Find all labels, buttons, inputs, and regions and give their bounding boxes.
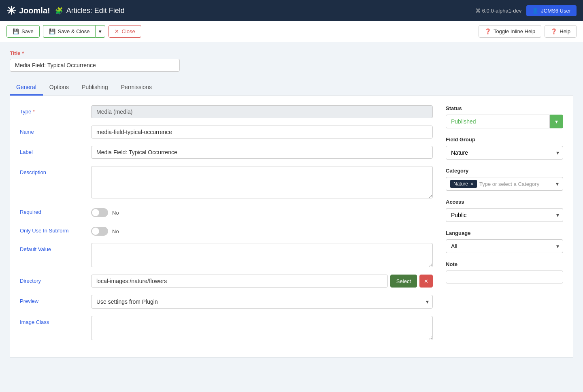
status-section: Status Published ▾: [446, 105, 563, 128]
default-row: Default Value: [20, 243, 433, 267]
directory-input[interactable]: [91, 275, 388, 288]
label-label: Label: [20, 146, 85, 155]
title-label: Title *: [10, 50, 573, 56]
subform-toggle[interactable]: [91, 227, 108, 236]
puzzle-icon: 🧩: [55, 7, 63, 15]
image-class-label: Image Class: [20, 316, 85, 325]
default-textarea[interactable]: [91, 243, 433, 267]
description-row: Description: [20, 166, 433, 198]
form-right: Status Published ▾ Field Group Nature ▾: [446, 105, 563, 347]
question-icon: ❓: [551, 28, 557, 34]
save-close-group: 💾 Save & Close ▾: [43, 25, 106, 38]
category-placeholder: Type or select a Category: [479, 181, 559, 187]
note-section: Note: [446, 261, 563, 283]
tabs: General Options Publishing Permissions: [10, 80, 573, 96]
directory-row: Directory Select ✕: [20, 275, 433, 288]
version-text: ⌘ 6.0.0-alpha1-dev: [475, 8, 521, 14]
user-label: JCMS6 User: [541, 8, 571, 14]
form-left: Type * Name Label Description: [20, 105, 433, 347]
topnav-right: ⌘ 6.0.0-alpha1-dev 👤 JCMS6 User: [475, 5, 577, 16]
category-tag-remove[interactable]: ✕: [470, 181, 474, 187]
page-title: Articles: Edit Field: [66, 6, 125, 15]
title-input[interactable]: [10, 59, 180, 72]
type-row: Type *: [20, 105, 433, 118]
language-section: Language All ▾: [446, 230, 563, 253]
access-select[interactable]: Public: [446, 208, 563, 222]
status-label: Status: [446, 105, 563, 111]
name-row: Name: [20, 126, 433, 138]
save-button[interactable]: 💾 Save: [6, 25, 40, 38]
page-title-area: 🧩 Articles: Edit Field: [55, 6, 470, 15]
save-close-icon: 💾: [49, 28, 55, 34]
required-row: Required No: [20, 206, 433, 217]
language-select[interactable]: All: [446, 239, 563, 253]
toolbar: 💾 Save 💾 Save & Close ▾ ✕ Close ❓ Toggle…: [0, 21, 583, 42]
label-row: Label: [20, 146, 433, 159]
help-button[interactable]: ❓ Help: [545, 25, 577, 38]
access-section: Access Public ▾: [446, 199, 563, 222]
directory-wrapper: Select ✕: [91, 275, 433, 288]
language-label: Language: [446, 230, 563, 236]
page-content: Title * General Options Publishing Permi…: [0, 42, 583, 366]
close-icon: ✕: [115, 28, 119, 34]
required-toggle-wrapper: No: [91, 206, 119, 217]
directory-label: Directory: [20, 275, 85, 284]
description-label: Description: [20, 166, 85, 175]
name-label: Name: [20, 126, 85, 135]
help-circle-icon: ❓: [485, 28, 491, 34]
access-label: Access: [446, 199, 563, 205]
form-panel: Type * Name Label Description: [10, 96, 573, 358]
tab-publishing[interactable]: Publishing: [75, 80, 115, 96]
category-section: Category Nature ✕ Type or select a Categ…: [446, 168, 563, 191]
required-toggle[interactable]: [91, 208, 108, 217]
save-icon: 💾: [13, 28, 19, 34]
subform-toggle-wrapper: No: [91, 224, 119, 236]
status-select[interactable]: Published: [446, 115, 550, 128]
save-dropdown-button[interactable]: ▾: [95, 25, 105, 38]
required-toggle-label: No: [112, 210, 119, 216]
save-close-button[interactable]: 💾 Save & Close: [43, 25, 96, 38]
directory-select-button[interactable]: Select: [390, 275, 417, 288]
toggle-help-button[interactable]: ❓ Toggle Inline Help: [479, 25, 541, 38]
field-group-select[interactable]: Nature: [446, 146, 563, 160]
image-class-row: Image Class: [20, 316, 433, 340]
preview-select-wrapper: Use settings from Plugin ▾: [91, 295, 433, 309]
status-select-wrapper: Published ▾: [446, 115, 563, 128]
field-group-label: Field Group: [446, 136, 563, 143]
user-menu-button[interactable]: 👤 JCMS6 User: [526, 5, 577, 16]
subform-label: Only Use In Subform: [20, 224, 85, 234]
subform-row: Only Use In Subform No: [20, 224, 433, 236]
category-input-wrapper[interactable]: Nature ✕ Type or select a Category ▾: [446, 177, 563, 191]
required-label: Required: [20, 206, 85, 215]
access-select-wrapper: Public ▾: [446, 208, 563, 222]
logo-text: Joomla!: [19, 6, 50, 15]
label-input[interactable]: [91, 146, 433, 159]
name-input[interactable]: [91, 126, 433, 138]
top-navbar: ✳ Joomla! 🧩 Articles: Edit Field ⌘ 6.0.0…: [0, 0, 583, 21]
directory-clear-button[interactable]: ✕: [419, 275, 433, 288]
note-input[interactable]: [446, 271, 563, 283]
toolbar-right: ❓ Toggle Inline Help ❓ Help: [479, 25, 577, 38]
user-icon: 👤: [532, 8, 538, 14]
preview-row: Preview Use settings from Plugin ▾: [20, 295, 433, 309]
description-textarea[interactable]: [91, 166, 433, 198]
field-group-section: Field Group Nature ▾: [446, 136, 563, 160]
tab-options[interactable]: Options: [43, 80, 75, 96]
joomla-icon: ✳: [6, 4, 16, 17]
tab-general[interactable]: General: [10, 80, 43, 96]
image-class-textarea[interactable]: [91, 316, 433, 340]
note-label: Note: [446, 261, 563, 267]
preview-select[interactable]: Use settings from Plugin: [91, 295, 433, 309]
category-label: Category: [446, 168, 563, 174]
preview-label: Preview: [20, 295, 85, 304]
logo[interactable]: ✳ Joomla!: [6, 4, 50, 17]
language-select-wrapper: All ▾: [446, 239, 563, 253]
subform-toggle-label: No: [112, 228, 119, 234]
field-group-select-wrapper: Nature ▾: [446, 146, 563, 160]
category-chevron-icon: ▾: [556, 181, 559, 187]
category-tag: Nature ✕: [450, 180, 477, 188]
tab-permissions[interactable]: Permissions: [115, 80, 158, 96]
default-label: Default Value: [20, 243, 85, 252]
status-dropdown-button[interactable]: ▾: [550, 115, 563, 128]
close-button[interactable]: ✕ Close: [109, 25, 141, 38]
